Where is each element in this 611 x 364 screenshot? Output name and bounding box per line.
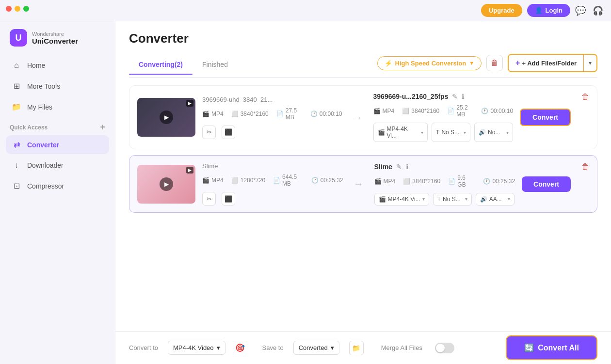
target-size-icon: 📄 xyxy=(448,178,455,185)
audio-select-arrow: ▾ xyxy=(508,196,510,202)
sidebar-item-compressor[interactable]: ⊡ Compressor xyxy=(6,176,109,195)
file-item: ▶ ▶ 3969669-uhd_3840_21... 🎬 MP4 ⬜ 3840*… xyxy=(129,85,597,149)
subtitle-select[interactable]: T No S... ▾ xyxy=(432,123,470,142)
source-filename: 3969669-uhd_3840_21... xyxy=(202,96,342,103)
home-icon: ⌂ xyxy=(12,61,21,70)
delete-file-button[interactable]: 🗑 xyxy=(581,93,589,101)
message-icon[interactable]: 💬 xyxy=(575,5,586,16)
quick-access-add-button[interactable]: + xyxy=(100,122,105,132)
subtitle-select[interactable]: T No S... ▾ xyxy=(433,193,472,206)
merge-toggle[interactable] xyxy=(435,343,454,353)
source-actions: ✂ ⬛ xyxy=(202,126,342,139)
source-duration-meta: 🕐 00:00:10 xyxy=(310,107,342,121)
edit-filename-icon[interactable]: ✎ xyxy=(396,163,402,171)
target-clock-icon: 🕐 xyxy=(481,108,488,114)
format-select-arrow: ▾ xyxy=(422,196,425,202)
close-button[interactable] xyxy=(6,6,12,12)
clock-icon: 🕐 xyxy=(311,177,319,184)
trim-button[interactable]: ✂ xyxy=(202,126,216,139)
target-filename: Slime xyxy=(374,163,392,171)
tab-finished[interactable]: Finished xyxy=(193,57,238,74)
add-files-dropdown-button[interactable]: ▾ xyxy=(584,56,596,70)
app-logo: U Wondershare UniConverter xyxy=(0,21,115,56)
content-area: Converter Converting(2) Finished ⚡ High … xyxy=(115,21,611,364)
convert-all-button[interactable]: 🔄 Convert All xyxy=(506,335,597,360)
sidebar-item-converter[interactable]: ⇄ Converter xyxy=(6,135,109,154)
minimize-button[interactable] xyxy=(15,6,20,12)
save-to-label: Save to xyxy=(262,344,284,351)
target-meta: 🎬 MP4 ⬜ 3840*2160 📄 25.2 MB 🕐 xyxy=(373,104,514,118)
add-files-main[interactable]: + + Add Files/Folder xyxy=(509,55,583,71)
folder-browse-button[interactable]: 📁 xyxy=(349,341,364,355)
maximize-button[interactable] xyxy=(23,6,29,12)
high-speed-button[interactable]: ⚡ High Speed Conversion ▼ xyxy=(377,56,482,70)
info-icon[interactable]: ℹ xyxy=(462,93,464,100)
target-size-meta: 📄 25.2 MB xyxy=(447,104,473,118)
downloader-icon: ↓ xyxy=(12,161,21,170)
format-select[interactable]: 🎬 MP4-4K Vi... ▾ xyxy=(373,123,428,142)
save-to-arrow-icon: ▾ xyxy=(331,344,334,351)
crop-button[interactable]: ⬛ xyxy=(222,126,235,139)
folder-icon: 📁 xyxy=(352,344,360,352)
format-icon: 🎬 xyxy=(378,129,385,136)
target-video-icon: 🎬 xyxy=(374,178,382,185)
target-resolution-meta: ⬜ 3840*2160 xyxy=(402,104,439,118)
delete-all-button[interactable]: 🗑 xyxy=(486,55,503,71)
play-button[interactable]: ▶ xyxy=(160,177,173,191)
target-format-actions: 🎬 MP4-4K Vi... ▾ T No S... ▾ 🔊 No... xyxy=(373,123,514,142)
tabs-actions: ⚡ High Speed Conversion ▼ 🗑 + + Add File… xyxy=(377,54,597,77)
audio-icon: 🔊 xyxy=(479,129,486,136)
page-title: Converter xyxy=(129,31,597,46)
file-info-source: 3969669-uhd_3840_21... 🎬 MP4 ⬜ 3840*2160… xyxy=(202,96,342,139)
file-item: ▶ ▶ Slime 🎬 MP4 ⬜ 1280*720 xyxy=(129,155,597,213)
grid-icon: ⊞ xyxy=(12,81,21,91)
thumb-format-badge: ▶ xyxy=(186,100,193,107)
tab-converting[interactable]: Converting(2) xyxy=(129,57,193,74)
file-info-target: 3969669-u...2160_25fps ✎ ℹ 🎬 MP4 ⬜ 3840*… xyxy=(373,93,514,142)
crop-button[interactable]: ⬛ xyxy=(222,192,235,206)
convert-button[interactable]: Convert xyxy=(520,109,571,126)
video-icon: 🎬 xyxy=(202,177,209,184)
sidebar-item-more-tools[interactable]: ⊞ More Tools xyxy=(6,77,109,95)
audio-select[interactable]: 🔊 No... ▾ xyxy=(474,123,513,142)
trim-button[interactable]: ✂ xyxy=(202,192,216,206)
add-files-button[interactable]: + + Add Files/Folder ▾ xyxy=(508,54,597,72)
format-icon: 🎬 xyxy=(379,196,386,203)
source-filename: Slime xyxy=(202,162,343,170)
compressor-icon: ⊡ xyxy=(12,181,21,190)
login-button[interactable]: 👤 Login xyxy=(527,4,570,17)
target-duration-meta: 🕐 00:25:32 xyxy=(483,174,515,188)
video-icon: 🎬 xyxy=(202,111,209,117)
target-duration-meta: 🕐 00:00:10 xyxy=(481,104,513,118)
toggle-knob xyxy=(436,344,445,352)
source-resolution-meta: ⬜ 3840*2160 xyxy=(231,107,269,121)
delete-file-button[interactable]: 🗑 xyxy=(581,162,589,171)
source-format-meta: 🎬 MP4 xyxy=(202,107,224,121)
size-icon: 📄 xyxy=(273,177,280,184)
tabs-bar: Converting(2) Finished ⚡ High Speed Conv… xyxy=(129,54,597,78)
clock-icon: 🕐 xyxy=(310,111,318,117)
convert-to-select[interactable]: MP4-4K Video ▾ xyxy=(168,341,225,355)
target-filename: 3969669-u...2160_25fps xyxy=(373,93,449,100)
format-select[interactable]: 🎬 MP4-4K Vi... ▾ xyxy=(374,193,429,206)
size-icon: 📄 xyxy=(276,111,284,117)
upgrade-button[interactable]: Upgrade xyxy=(481,4,522,17)
play-button[interactable]: ▶ xyxy=(160,111,173,124)
subtitle-select-arrow: ▾ xyxy=(465,196,467,202)
info-icon[interactable]: ℹ xyxy=(406,163,408,171)
window-controls xyxy=(6,6,29,12)
sidebar-item-downloader[interactable]: ↓ Downloader xyxy=(6,156,109,174)
tabs: Converting(2) Finished xyxy=(129,57,238,74)
sidebar-item-home[interactable]: ⌂ Home xyxy=(6,56,109,75)
save-to-select[interactable]: Converted ▾ xyxy=(293,341,339,355)
file-info-source: Slime 🎬 MP4 ⬜ 1280*720 📄 644.5 MB xyxy=(202,162,343,206)
audio-select[interactable]: 🔊 AA... ▾ xyxy=(476,193,515,206)
target-meta: 🎬 MP4 ⬜ 3840*2160 📄 9.6 GB 🕐 xyxy=(374,174,515,188)
convert-button[interactable]: Convert xyxy=(522,176,571,192)
source-meta: 🎬 MP4 ⬜ 1280*720 📄 644.5 MB 🕐 xyxy=(202,174,343,187)
sidebar-item-my-files[interactable]: 📁 My Files xyxy=(6,97,109,116)
edit-filename-icon[interactable]: ✎ xyxy=(452,93,458,100)
headphone-icon[interactable]: 🎧 xyxy=(593,5,603,16)
logo-text: Wondershare UniConverter xyxy=(32,31,78,45)
audio-select-arrow: ▾ xyxy=(506,130,509,135)
